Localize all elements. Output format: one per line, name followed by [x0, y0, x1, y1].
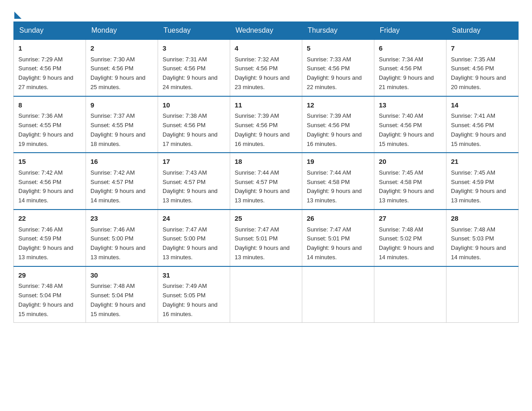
day-number: 19: [307, 157, 369, 167]
day-info: Sunrise: 7:39 AMSunset: 4:56 PMDaylight:…: [307, 112, 362, 147]
day-info: Sunrise: 7:46 AMSunset: 4:59 PMDaylight:…: [18, 226, 73, 261]
calendar-cell: 13 Sunrise: 7:40 AMSunset: 4:56 PMDaylig…: [374, 96, 446, 153]
calendar-cell: 5 Sunrise: 7:33 AMSunset: 4:56 PMDayligh…: [302, 39, 374, 96]
day-number: 26: [307, 214, 369, 224]
day-info: Sunrise: 7:34 AMSunset: 4:56 PMDaylight:…: [379, 56, 434, 90]
day-number: 29: [18, 270, 81, 281]
logo: [13, 9, 21, 17]
calendar-cell: 31 Sunrise: 7:49 AMSunset: 5:05 PMDaylig…: [158, 266, 230, 323]
day-number: 17: [163, 157, 225, 167]
calendar-header-thursday: Thursday: [302, 22, 374, 40]
calendar-cell: 30 Sunrise: 7:48 AMSunset: 5:04 PMDaylig…: [86, 266, 158, 323]
calendar-table: SundayMondayTuesdayWednesdayThursdayFrid…: [13, 21, 519, 323]
day-info: Sunrise: 7:39 AMSunset: 4:56 PMDaylight:…: [235, 112, 290, 147]
day-number: 3: [163, 43, 225, 54]
day-number: 16: [90, 157, 153, 167]
day-number: 14: [451, 100, 514, 111]
day-number: 11: [235, 100, 297, 111]
week-row-5: 29 Sunrise: 7:48 AMSunset: 5:04 PMDaylig…: [14, 266, 519, 323]
day-info: Sunrise: 7:43 AMSunset: 4:57 PMDaylight:…: [163, 169, 218, 204]
day-info: Sunrise: 7:42 AMSunset: 4:56 PMDaylight:…: [18, 169, 73, 204]
calendar-cell: 12 Sunrise: 7:39 AMSunset: 4:56 PMDaylig…: [302, 96, 374, 153]
calendar-cell: [230, 266, 302, 323]
calendar-header-saturday: Saturday: [446, 22, 519, 40]
logo-arrow-icon: [14, 12, 21, 19]
calendar-cell: 4 Sunrise: 7:32 AMSunset: 4:56 PMDayligh…: [230, 39, 302, 96]
calendar-cell: 22 Sunrise: 7:46 AMSunset: 4:59 PMDaylig…: [14, 210, 86, 266]
calendar-cell: 9 Sunrise: 7:37 AMSunset: 4:55 PMDayligh…: [86, 96, 158, 153]
calendar-cell: 2 Sunrise: 7:30 AMSunset: 4:56 PMDayligh…: [86, 39, 158, 96]
calendar-cell: 17 Sunrise: 7:43 AMSunset: 4:57 PMDaylig…: [158, 153, 230, 210]
day-number: 15: [18, 157, 81, 167]
day-number: 6: [379, 43, 442, 54]
day-info: Sunrise: 7:42 AMSunset: 4:57 PMDaylight:…: [90, 169, 146, 204]
calendar-cell: 18 Sunrise: 7:44 AMSunset: 4:57 PMDaylig…: [230, 153, 302, 210]
day-number: 8: [18, 100, 81, 111]
day-number: 1: [18, 43, 81, 54]
day-number: 7: [451, 43, 514, 54]
day-number: 24: [163, 214, 225, 224]
calendar-cell: 15 Sunrise: 7:42 AMSunset: 4:56 PMDaylig…: [14, 153, 86, 210]
day-info: Sunrise: 7:32 AMSunset: 4:56 PMDaylight:…: [235, 56, 290, 90]
day-info: Sunrise: 7:38 AMSunset: 4:56 PMDaylight:…: [163, 112, 218, 147]
day-info: Sunrise: 7:48 AMSunset: 5:04 PMDaylight:…: [90, 283, 146, 317]
day-info: Sunrise: 7:30 AMSunset: 4:56 PMDaylight:…: [90, 56, 146, 90]
week-row-4: 22 Sunrise: 7:46 AMSunset: 4:59 PMDaylig…: [14, 210, 519, 266]
day-number: 13: [379, 100, 442, 111]
calendar-cell: [302, 266, 374, 323]
calendar-cell: 10 Sunrise: 7:38 AMSunset: 4:56 PMDaylig…: [158, 96, 230, 153]
calendar-header-monday: Monday: [86, 22, 158, 40]
calendar-cell: 29 Sunrise: 7:48 AMSunset: 5:04 PMDaylig…: [14, 266, 86, 323]
calendar-cell: 14 Sunrise: 7:41 AMSunset: 4:56 PMDaylig…: [446, 96, 519, 153]
calendar-cell: [374, 266, 446, 323]
calendar-cell: 26 Sunrise: 7:47 AMSunset: 5:01 PMDaylig…: [302, 210, 374, 266]
calendar-cell: 16 Sunrise: 7:42 AMSunset: 4:57 PMDaylig…: [86, 153, 158, 210]
day-number: 28: [451, 214, 514, 224]
calendar-header-tuesday: Tuesday: [158, 22, 230, 40]
day-info: Sunrise: 7:44 AMSunset: 4:58 PMDaylight:…: [307, 169, 362, 204]
day-info: Sunrise: 7:45 AMSunset: 4:59 PMDaylight:…: [451, 169, 506, 204]
calendar-cell: 7 Sunrise: 7:35 AMSunset: 4:56 PMDayligh…: [446, 39, 519, 96]
day-number: 10: [163, 100, 225, 111]
day-number: 30: [90, 270, 153, 281]
calendar-cell: [446, 266, 519, 323]
calendar-cell: 11 Sunrise: 7:39 AMSunset: 4:56 PMDaylig…: [230, 96, 302, 153]
calendar-cell: 28 Sunrise: 7:48 AMSunset: 5:03 PMDaylig…: [446, 210, 519, 266]
day-info: Sunrise: 7:36 AMSunset: 4:55 PMDaylight:…: [18, 112, 73, 147]
calendar-header-row: SundayMondayTuesdayWednesdayThursdayFrid…: [14, 22, 519, 40]
day-number: 21: [451, 157, 514, 167]
calendar-cell: 8 Sunrise: 7:36 AMSunset: 4:55 PMDayligh…: [14, 96, 86, 153]
day-number: 9: [90, 100, 153, 111]
week-row-1: 1 Sunrise: 7:29 AMSunset: 4:56 PMDayligh…: [14, 39, 519, 96]
day-info: Sunrise: 7:45 AMSunset: 4:58 PMDaylight:…: [379, 169, 434, 204]
day-info: Sunrise: 7:47 AMSunset: 5:01 PMDaylight:…: [307, 226, 362, 261]
day-number: 20: [379, 157, 442, 167]
week-row-3: 15 Sunrise: 7:42 AMSunset: 4:56 PMDaylig…: [14, 153, 519, 210]
day-number: 12: [307, 100, 369, 111]
day-info: Sunrise: 7:44 AMSunset: 4:57 PMDaylight:…: [235, 169, 290, 204]
day-number: 31: [163, 270, 225, 281]
day-info: Sunrise: 7:37 AMSunset: 4:55 PMDaylight:…: [90, 112, 146, 147]
day-info: Sunrise: 7:29 AMSunset: 4:56 PMDaylight:…: [18, 56, 73, 90]
calendar-header-wednesday: Wednesday: [230, 22, 302, 40]
calendar-cell: 20 Sunrise: 7:45 AMSunset: 4:58 PMDaylig…: [374, 153, 446, 210]
calendar-cell: 6 Sunrise: 7:34 AMSunset: 4:56 PMDayligh…: [374, 39, 446, 96]
day-number: 5: [307, 43, 369, 54]
day-number: 2: [90, 43, 153, 54]
day-number: 18: [235, 157, 297, 167]
calendar-cell: 23 Sunrise: 7:46 AMSunset: 5:00 PMDaylig…: [86, 210, 158, 266]
day-info: Sunrise: 7:31 AMSunset: 4:56 PMDaylight:…: [163, 56, 218, 90]
day-info: Sunrise: 7:40 AMSunset: 4:56 PMDaylight:…: [379, 112, 434, 147]
day-number: 27: [379, 214, 442, 224]
day-number: 22: [18, 214, 81, 224]
calendar-header-friday: Friday: [374, 22, 446, 40]
calendar-cell: 19 Sunrise: 7:44 AMSunset: 4:58 PMDaylig…: [302, 153, 374, 210]
day-info: Sunrise: 7:41 AMSunset: 4:56 PMDaylight:…: [451, 112, 506, 147]
day-info: Sunrise: 7:48 AMSunset: 5:03 PMDaylight:…: [451, 226, 506, 261]
day-info: Sunrise: 7:35 AMSunset: 4:56 PMDaylight:…: [451, 56, 506, 90]
day-info: Sunrise: 7:48 AMSunset: 5:04 PMDaylight:…: [18, 283, 73, 317]
calendar-cell: 1 Sunrise: 7:29 AMSunset: 4:56 PMDayligh…: [14, 39, 86, 96]
calendar-cell: 3 Sunrise: 7:31 AMSunset: 4:56 PMDayligh…: [158, 39, 230, 96]
day-info: Sunrise: 7:33 AMSunset: 4:56 PMDaylight:…: [307, 56, 362, 90]
day-number: 4: [235, 43, 297, 54]
